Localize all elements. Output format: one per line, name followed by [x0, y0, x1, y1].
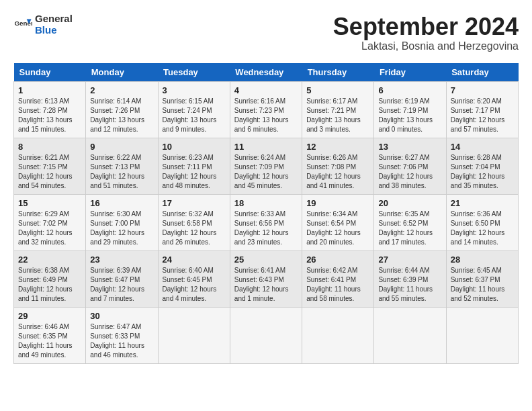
calendar-week-row: 29Sunrise: 6:46 AMSunset: 6:35 PMDayligh…	[14, 307, 519, 363]
calendar-cell: 26Sunrise: 6:42 AMSunset: 6:41 PMDayligh…	[302, 250, 374, 307]
day-number: 8	[18, 142, 81, 152]
day-number: 3	[163, 85, 226, 95]
calendar-cell	[230, 307, 302, 363]
calendar-cell	[446, 307, 518, 363]
day-number: 17	[163, 198, 226, 208]
day-number: 26	[306, 255, 369, 265]
day-info: Sunrise: 6:34 AMSunset: 6:54 PMDaylight:…	[306, 210, 369, 247]
calendar-cell	[158, 307, 230, 363]
day-info: Sunrise: 6:32 AMSunset: 6:58 PMDaylight:…	[163, 210, 226, 247]
day-number: 22	[18, 255, 81, 265]
day-info: Sunrise: 6:16 AMSunset: 7:23 PMDaylight:…	[234, 97, 298, 134]
calendar-cell: 4Sunrise: 6:16 AMSunset: 7:23 PMDaylight…	[230, 81, 302, 138]
day-number: 2	[90, 85, 153, 95]
day-info: Sunrise: 6:47 AMSunset: 6:33 PMDaylight:…	[90, 322, 153, 360]
weekday-header: Wednesday	[230, 63, 302, 82]
day-info: Sunrise: 6:36 AMSunset: 6:50 PMDaylight:…	[451, 210, 514, 247]
logo-text-blue: Blue	[35, 25, 73, 36]
month-title: September 2024	[333, 13, 519, 40]
day-number: 5	[306, 85, 369, 95]
calendar-cell: 7Sunrise: 6:20 AMSunset: 7:17 PMDaylight…	[446, 81, 518, 138]
calendar-cell: 1Sunrise: 6:13 AMSunset: 7:28 PMDaylight…	[14, 81, 86, 138]
day-number: 7	[451, 85, 514, 95]
day-info: Sunrise: 6:38 AMSunset: 6:49 PMDaylight:…	[18, 266, 81, 304]
calendar-week-row: 22Sunrise: 6:38 AMSunset: 6:49 PMDayligh…	[14, 250, 519, 307]
day-info: Sunrise: 6:13 AMSunset: 7:28 PMDaylight:…	[18, 97, 81, 134]
day-info: Sunrise: 6:42 AMSunset: 6:41 PMDaylight:…	[306, 266, 369, 304]
calendar-cell: 9Sunrise: 6:22 AMSunset: 7:13 PMDaylight…	[86, 138, 158, 194]
day-info: Sunrise: 6:23 AMSunset: 7:11 PMDaylight:…	[163, 153, 226, 191]
calendar-cell: 18Sunrise: 6:33 AMSunset: 6:56 PMDayligh…	[230, 194, 302, 250]
calendar-cell: 8Sunrise: 6:21 AMSunset: 7:15 PMDaylight…	[14, 138, 86, 194]
day-number: 24	[163, 255, 226, 265]
day-number: 27	[378, 255, 441, 265]
day-number: 14	[451, 142, 514, 152]
day-info: Sunrise: 6:41 AMSunset: 6:43 PMDaylight:…	[234, 266, 298, 304]
calendar-table: SundayMondayTuesdayWednesdayThursdayFrid…	[13, 63, 519, 364]
weekday-header: Thursday	[302, 63, 374, 82]
calendar-cell: 21Sunrise: 6:36 AMSunset: 6:50 PMDayligh…	[446, 194, 518, 250]
calendar-week-row: 8Sunrise: 6:21 AMSunset: 7:15 PMDaylight…	[14, 138, 519, 194]
calendar-cell: 13Sunrise: 6:27 AMSunset: 7:06 PMDayligh…	[374, 138, 446, 194]
calendar-cell: 5Sunrise: 6:17 AMSunset: 7:21 PMDaylight…	[302, 81, 374, 138]
title-area: September 2024 Laktasi, Bosnia and Herze…	[333, 13, 519, 52]
day-info: Sunrise: 6:21 AMSunset: 7:15 PMDaylight:…	[18, 153, 81, 191]
calendar-cell: 12Sunrise: 6:26 AMSunset: 7:08 PMDayligh…	[302, 138, 374, 194]
page-header: General General Blue September 2024 Lakt…	[13, 13, 519, 52]
day-number: 4	[234, 85, 298, 95]
day-info: Sunrise: 6:24 AMSunset: 7:09 PMDaylight:…	[234, 153, 298, 191]
day-number: 10	[163, 142, 226, 152]
calendar-cell: 19Sunrise: 6:34 AMSunset: 6:54 PMDayligh…	[302, 194, 374, 250]
calendar-cell: 28Sunrise: 6:45 AMSunset: 6:37 PMDayligh…	[446, 250, 518, 307]
calendar-cell: 3Sunrise: 6:15 AMSunset: 7:24 PMDaylight…	[158, 81, 230, 138]
day-info: Sunrise: 6:45 AMSunset: 6:37 PMDaylight:…	[451, 266, 514, 304]
day-number: 28	[451, 255, 514, 265]
day-info: Sunrise: 6:17 AMSunset: 7:21 PMDaylight:…	[306, 97, 369, 134]
day-info: Sunrise: 6:44 AMSunset: 6:39 PMDaylight:…	[378, 266, 441, 304]
day-number: 15	[18, 198, 81, 208]
day-number: 18	[234, 198, 298, 208]
day-number: 16	[90, 198, 153, 208]
day-info: Sunrise: 6:14 AMSunset: 7:26 PMDaylight:…	[90, 97, 153, 134]
weekday-header: Friday	[374, 63, 446, 82]
day-number: 9	[90, 142, 153, 152]
calendar-cell	[374, 307, 446, 363]
day-info: Sunrise: 6:46 AMSunset: 6:35 PMDaylight:…	[18, 322, 81, 360]
weekday-header-row: SundayMondayTuesdayWednesdayThursdayFrid…	[14, 63, 519, 82]
day-info: Sunrise: 6:39 AMSunset: 6:47 PMDaylight:…	[90, 266, 153, 304]
day-number: 21	[451, 198, 514, 208]
day-info: Sunrise: 6:19 AMSunset: 7:19 PMDaylight:…	[378, 97, 441, 134]
calendar-cell: 10Sunrise: 6:23 AMSunset: 7:11 PMDayligh…	[158, 138, 230, 194]
calendar-cell: 6Sunrise: 6:19 AMSunset: 7:19 PMDaylight…	[374, 81, 446, 138]
day-info: Sunrise: 6:30 AMSunset: 7:00 PMDaylight:…	[90, 210, 153, 247]
weekday-header: Saturday	[446, 63, 518, 82]
calendar-cell: 25Sunrise: 6:41 AMSunset: 6:43 PMDayligh…	[230, 250, 302, 307]
day-number: 25	[234, 255, 298, 265]
calendar-cell: 17Sunrise: 6:32 AMSunset: 6:58 PMDayligh…	[158, 194, 230, 250]
calendar-cell: 27Sunrise: 6:44 AMSunset: 6:39 PMDayligh…	[374, 250, 446, 307]
day-number: 20	[378, 198, 441, 208]
calendar-cell: 14Sunrise: 6:28 AMSunset: 7:04 PMDayligh…	[446, 138, 518, 194]
calendar-cell: 2Sunrise: 6:14 AMSunset: 7:26 PMDaylight…	[86, 81, 158, 138]
day-number: 6	[378, 85, 441, 95]
location-title: Laktasi, Bosnia and Herzegovina	[333, 40, 519, 52]
day-info: Sunrise: 6:35 AMSunset: 6:52 PMDaylight:…	[378, 210, 441, 247]
day-number: 12	[306, 142, 369, 152]
day-number: 23	[90, 255, 153, 265]
calendar-week-row: 15Sunrise: 6:29 AMSunset: 7:02 PMDayligh…	[14, 194, 519, 250]
day-number: 13	[378, 142, 441, 152]
logo-text-general: General	[35, 13, 73, 25]
day-info: Sunrise: 6:28 AMSunset: 7:04 PMDaylight:…	[451, 153, 514, 191]
calendar-cell: 29Sunrise: 6:46 AMSunset: 6:35 PMDayligh…	[14, 307, 86, 363]
calendar-cell: 15Sunrise: 6:29 AMSunset: 7:02 PMDayligh…	[14, 194, 86, 250]
day-info: Sunrise: 6:27 AMSunset: 7:06 PMDaylight:…	[378, 153, 441, 191]
calendar-cell: 20Sunrise: 6:35 AMSunset: 6:52 PMDayligh…	[374, 194, 446, 250]
calendar-cell: 23Sunrise: 6:39 AMSunset: 6:47 PMDayligh…	[86, 250, 158, 307]
calendar-cell: 11Sunrise: 6:24 AMSunset: 7:09 PMDayligh…	[230, 138, 302, 194]
day-number: 1	[18, 85, 81, 95]
day-info: Sunrise: 6:15 AMSunset: 7:24 PMDaylight:…	[163, 97, 226, 134]
weekday-header: Monday	[86, 63, 158, 82]
day-info: Sunrise: 6:20 AMSunset: 7:17 PMDaylight:…	[451, 97, 514, 134]
day-info: Sunrise: 6:29 AMSunset: 7:02 PMDaylight:…	[18, 210, 81, 247]
calendar-cell: 22Sunrise: 6:38 AMSunset: 6:49 PMDayligh…	[14, 250, 86, 307]
